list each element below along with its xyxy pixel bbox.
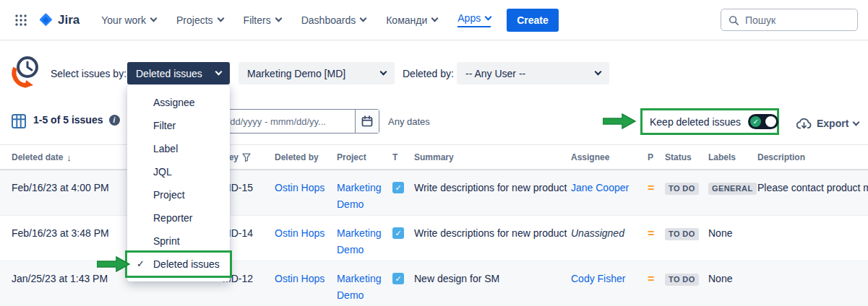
label-badge: GENERAL xyxy=(708,183,757,195)
cell-description: Please contact product m xyxy=(757,180,868,196)
nav-projects[interactable]: Projects xyxy=(168,9,232,32)
check-icon: ✓ xyxy=(395,225,401,242)
nav-dashboards[interactable]: Dashboards xyxy=(293,9,375,32)
cell-summary: Write descriptions for new product xyxy=(414,180,567,196)
create-button[interactable]: Create xyxy=(507,9,559,32)
header-labels: Labels xyxy=(708,145,755,170)
check-icon: ✓ xyxy=(395,271,401,287)
project-dropdown[interactable]: Marketing Demo [MD] xyxy=(239,62,395,84)
search-input[interactable] xyxy=(744,14,850,27)
status-badge: TO DO xyxy=(665,183,699,195)
header-assignee: Assignee xyxy=(571,145,645,170)
chevron-down-icon xyxy=(595,69,602,76)
nav-label: Apps xyxy=(457,12,491,27)
cell-assignee-link[interactable]: Jane Cooper xyxy=(571,180,645,196)
any-dates-hint: Any dates xyxy=(388,116,430,127)
task-type-icon: ✓ xyxy=(392,225,410,239)
filter-funnel-icon[interactable] xyxy=(242,153,251,162)
chevron-down-icon xyxy=(217,15,224,22)
export-label: Export xyxy=(817,118,848,129)
menu-item-reporter[interactable]: Reporter xyxy=(127,206,230,230)
cell-deleted-by-link[interactable]: Ostin Hops xyxy=(275,180,334,196)
header-project: Project xyxy=(337,145,390,170)
nav-apps[interactable]: Apps xyxy=(449,6,499,33)
keep-deleted-label: Keep deleted issues xyxy=(650,116,741,128)
menu-item-label-text: Deleted issues xyxy=(153,258,220,270)
select-by-dropdown-menu: Assignee Filter Label JQL Project Report… xyxy=(127,85,230,281)
check-icon: ✓ xyxy=(750,116,761,127)
cell-labels: GENERAL xyxy=(708,180,755,196)
nav-label: Команди xyxy=(386,14,427,26)
cell-status: TO DO xyxy=(665,180,705,196)
header-deleted-by: Deleted by xyxy=(275,145,334,170)
deleted-by-dropdown[interactable]: -- Any User -- xyxy=(457,62,609,84)
calendar-icon[interactable] xyxy=(355,110,379,133)
date-range-field[interactable] xyxy=(205,109,379,134)
header-priority: P xyxy=(648,145,662,170)
cell-status: TO DO xyxy=(665,271,705,287)
project-value: Marketing Demo [MD] xyxy=(247,68,345,79)
menu-item-project[interactable]: Project xyxy=(127,183,230,206)
restore-deleted-issues-app-icon xyxy=(9,53,43,90)
toggle-knob xyxy=(765,116,776,127)
search-icon xyxy=(729,15,739,25)
menu-item-filter[interactable]: Filter xyxy=(127,114,230,137)
header-status: Status xyxy=(665,145,705,170)
header-deleted-date[interactable]: Deleted date ↓ xyxy=(12,145,134,170)
menu-item-sprint[interactable]: Sprint xyxy=(127,230,230,253)
nav-teams[interactable]: Команди xyxy=(377,9,446,32)
deleted-by-label: Deleted by: xyxy=(403,68,454,79)
cell-deleted-by-link[interactable]: Ostin Hops xyxy=(275,225,334,242)
export-button[interactable]: Export xyxy=(792,112,863,135)
info-icon[interactable]: i xyxy=(109,115,120,126)
priority-medium-icon: = xyxy=(648,180,662,196)
cell-assignee-unassigned: Unassigned xyxy=(571,225,645,242)
cell-summary: Write descriptions for new product xyxy=(414,225,567,242)
header-summary: Summary xyxy=(414,145,567,170)
jira-logo[interactable]: Jira xyxy=(38,12,80,28)
cell-project-link[interactable]: Marketing Demo xyxy=(337,180,390,213)
cell-project-link[interactable]: Marketing Demo xyxy=(337,271,390,304)
annotation-arrow-keep-toggle xyxy=(603,113,636,129)
chevron-down-icon xyxy=(380,69,387,76)
jira-logo-icon xyxy=(38,12,53,28)
nav-your-work[interactable]: Your work xyxy=(93,9,165,32)
nav-filters[interactable]: Filters xyxy=(235,9,290,32)
header-description: Description xyxy=(757,145,868,170)
deleted-by-value: -- Any User -- xyxy=(465,68,525,79)
search-box[interactable] xyxy=(721,9,858,31)
cell-assignee-link[interactable]: Cody Fisher xyxy=(571,271,645,287)
select-issues-by-label: Select issues by: xyxy=(51,68,126,79)
select-by-dropdown[interactable]: Deleted issues xyxy=(127,62,230,84)
jira-logo-text: Jira xyxy=(58,13,80,27)
cell-status: TO DO xyxy=(665,225,705,242)
chevron-down-icon xyxy=(150,15,158,22)
app-switcher-icon[interactable] xyxy=(10,9,32,31)
menu-item-assignee[interactable]: Assignee xyxy=(127,91,230,114)
menu-item-jql[interactable]: JQL xyxy=(127,160,230,183)
select-by-value: Deleted issues xyxy=(136,68,202,79)
priority-medium-icon: = xyxy=(648,271,662,287)
menu-item-label[interactable]: Label xyxy=(127,137,230,160)
primary-nav: Your work Projects Filters Dashboards Ко… xyxy=(93,6,499,33)
keep-deleted-toggle[interactable]: ✓ xyxy=(748,114,778,129)
cloud-download-icon xyxy=(796,118,812,130)
cell-deleted-date: Jan/25/23 at 1:43 PM xyxy=(12,271,134,287)
cell-summary: New design for SM xyxy=(414,271,567,287)
sort-desc-icon: ↓ xyxy=(66,152,72,163)
cell-project-link[interactable]: Marketing Demo xyxy=(337,225,390,258)
cell-deleted-by-link[interactable]: Ostin Hops xyxy=(275,271,334,287)
chevron-down-icon xyxy=(431,15,439,22)
issue-count: 1-5 of 5 issues xyxy=(33,114,103,126)
chevron-down-icon xyxy=(275,15,282,22)
chevron-down-icon xyxy=(485,13,492,20)
keep-deleted-annotation-box: Keep deleted issues ✓ xyxy=(640,108,779,135)
issue-count-group: 1-5 of 5 issues i xyxy=(33,114,120,126)
check-icon: ✓ xyxy=(137,253,145,276)
nav-label: Dashboards xyxy=(301,14,356,26)
menu-item-deleted-issues[interactable]: ✓ Deleted issues xyxy=(127,253,230,276)
cell-deleted-date: Feb/16/23 at 3:48 PM xyxy=(12,225,134,242)
annotation-arrow-deleted-issues xyxy=(97,256,130,272)
chevron-down-icon xyxy=(360,15,367,22)
header-type: T xyxy=(392,145,410,170)
